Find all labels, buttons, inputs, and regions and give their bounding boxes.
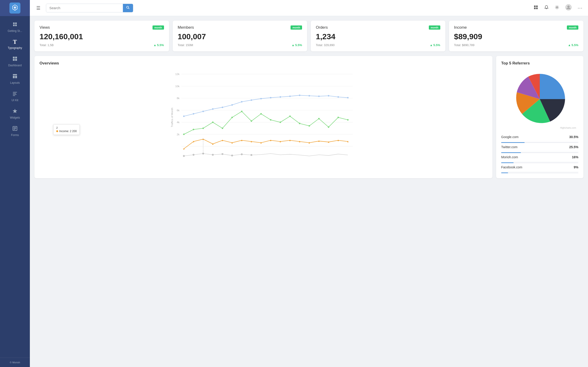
referrers-card: Top 5 Referrers	[496, 56, 583, 178]
svg-point-69	[260, 113, 262, 115]
stat-income-badge: month	[567, 25, 578, 30]
stat-views-value: 120,160,001	[40, 32, 164, 41]
svg-point-26	[556, 7, 558, 8]
content-area: Views month 120,160,001 Total: 1,5B ▲ 5.…	[30, 16, 588, 367]
stat-members-growth: ▲ 5.5%	[292, 43, 302, 47]
svg-point-53	[279, 96, 281, 98]
header-icons: ···	[533, 3, 583, 13]
referrer-pct-0: 30.5%	[569, 135, 578, 139]
widgets-icon	[12, 108, 18, 115]
svg-point-103	[241, 154, 242, 155]
charts-row: Overviews 12k 10k 8k	[35, 56, 583, 178]
stat-views-title: Views	[40, 25, 50, 30]
svg-point-61	[183, 133, 184, 135]
svg-point-78	[347, 119, 348, 120]
search-input[interactable]	[46, 4, 123, 12]
stat-card-orders: Orders month 1,234 Total: 329,890 ▲ 5.5%	[311, 21, 445, 51]
stat-card-income-header: Income month	[454, 25, 579, 30]
arrow-up-icon-2: ▲	[292, 43, 294, 47]
svg-text:2k: 2k	[177, 133, 179, 136]
forms-icon	[12, 126, 18, 132]
svg-point-57	[318, 95, 320, 97]
stat-card-income: Income month $89,909 Total: $890,789 ▲ 5…	[449, 21, 584, 51]
typography-icon: T	[13, 39, 17, 45]
stat-members-total: Total: 150M	[178, 43, 193, 47]
sidebar-nav: Getting St... T Typography Dashboard	[0, 18, 30, 358]
search-button[interactable]	[123, 4, 133, 12]
svg-rect-24	[534, 8, 536, 9]
stat-card-views-header: Views month	[40, 25, 164, 30]
stat-income-value: $89,909	[454, 32, 579, 41]
dashboard-icon	[12, 56, 18, 62]
referrer-item-1: Twitter.com 25.5%	[501, 143, 578, 151]
stat-orders-title: Orders	[316, 25, 328, 30]
svg-rect-19	[14, 129, 15, 130]
referrer-item-3: Facebook.com 9%	[501, 163, 578, 172]
highcharts-credit: Highcharts.com	[560, 127, 576, 129]
sidebar-item-widgets[interactable]: Widgets	[0, 105, 30, 123]
sidebar-item-widgets-label: Widgets	[10, 116, 20, 119]
svg-point-74	[309, 125, 310, 127]
sidebar-item-uikit[interactable]: UI Kit	[0, 88, 30, 105]
search-container	[46, 4, 133, 12]
svg-rect-4	[15, 25, 17, 26]
svg-point-65	[222, 127, 223, 129]
svg-rect-13	[13, 93, 16, 94]
grid-icon-button[interactable]	[533, 4, 539, 12]
sidebar-item-typography[interactable]: T Typography	[0, 36, 30, 53]
sidebar-item-layouts[interactable]: Layouts	[0, 70, 30, 88]
stats-row: Views month 120,160,001 Total: 1,5B ▲ 5.…	[35, 21, 583, 51]
stat-card-members-header: Members month	[178, 25, 302, 30]
sidebar-item-typography-label: Typography	[8, 46, 22, 50]
stat-members-footer: Total: 150M ▲ 5.5%	[178, 43, 302, 47]
svg-point-100	[212, 154, 213, 156]
bell-icon-button[interactable]	[543, 4, 550, 12]
svg-rect-18	[14, 128, 16, 129]
svg-point-64	[212, 122, 213, 123]
svg-text:Traffics of Month: Traffics of Month	[171, 108, 173, 127]
referrers-title: Top 5 Referrers	[501, 61, 578, 66]
stat-card-views: Views month 120,160,001 Total: 1,5B ▲ 5.…	[35, 21, 169, 51]
gear-icon-button[interactable]	[554, 4, 560, 12]
svg-point-101	[222, 153, 223, 155]
hamburger-button[interactable]: ☰	[35, 4, 42, 12]
header: ☰	[30, 0, 588, 16]
referrers-list: Google.com 30.5% Twitter.com 25.5% Mor	[501, 133, 578, 173]
referrer-pct-3: 9%	[574, 165, 578, 169]
svg-point-67	[241, 111, 242, 112]
arrow-up-icon: ▲	[153, 43, 156, 47]
user-avatar-button[interactable]	[564, 3, 573, 13]
svg-point-73	[299, 123, 300, 124]
arrow-up-icon-4: ▲	[568, 43, 571, 47]
line-chart-svg: 12k 10k 8k 6k 4k 2k Traffics of Month	[40, 69, 487, 166]
svg-point-75	[318, 118, 320, 119]
sidebar-item-dashboard[interactable]: Dashboard	[0, 53, 30, 70]
svg-point-48	[231, 104, 233, 106]
layouts-icon	[12, 73, 18, 80]
more-button[interactable]: ···	[577, 4, 583, 12]
svg-text:4k: 4k	[177, 121, 179, 124]
arrow-up-icon-3: ▲	[430, 43, 433, 47]
svg-point-59	[337, 96, 339, 98]
line-chart-wrapper: 12k 10k 8k 6k 4k 2k Traffics of Month	[40, 69, 487, 166]
svg-rect-11	[15, 76, 17, 78]
referrer-name-2: Morioh.com	[501, 155, 518, 159]
svg-point-54	[289, 95, 291, 97]
pie-wrapper: Highcharts.com	[501, 69, 578, 129]
svg-point-50	[251, 99, 252, 101]
app-logo-icon[interactable]	[9, 2, 20, 14]
svg-rect-7	[13, 59, 15, 61]
svg-rect-8	[15, 59, 17, 61]
stat-views-growth: ▲ 5.5%	[153, 43, 164, 47]
referrer-item: Google.com 30.5%	[501, 133, 578, 141]
getting-started-icon	[12, 22, 18, 28]
svg-rect-1	[13, 23, 15, 24]
referrer-bar-fill-3	[501, 173, 508, 173]
stat-members-title: Members	[178, 25, 194, 30]
stat-orders-growth: ▲ 5.5%	[430, 43, 440, 47]
stat-orders-total: Total: 329,890	[316, 43, 335, 47]
sidebar-logo	[0, 0, 30, 16]
sidebar-item-forms[interactable]: Forms	[0, 123, 30, 140]
sidebar-item-getting-started[interactable]: Getting St...	[0, 18, 30, 36]
svg-point-44	[193, 113, 194, 115]
